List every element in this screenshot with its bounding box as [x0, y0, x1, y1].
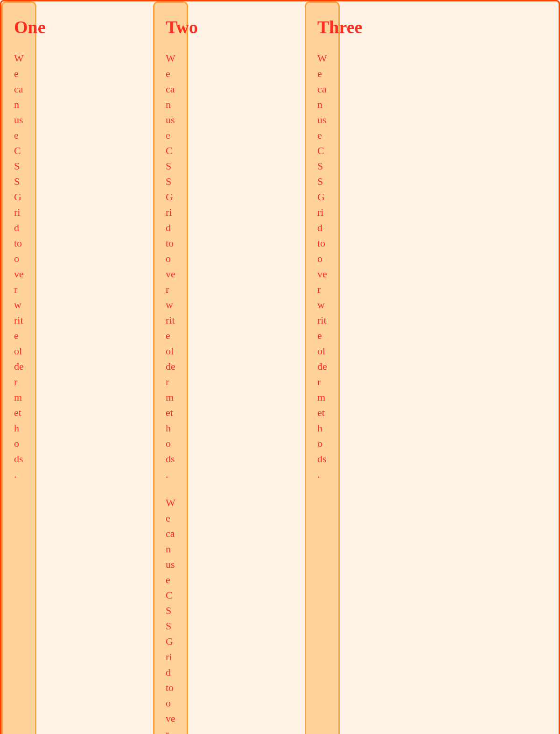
card-title: Two [166, 18, 175, 37]
card-title: Three [317, 18, 327, 37]
card-paragraph: We can use CSS Grid to overwrite older m… [166, 50, 175, 482]
card-title: One [14, 18, 24, 37]
card-paragraph: We can use CSS Grid to overwrite older m… [14, 50, 24, 482]
card-one: One We can use CSS Grid to overwrite old… [1, 1, 36, 734]
card-three: Three We can use CSS Grid to overwrite o… [305, 1, 340, 734]
card-paragraph: We can use CSS Grid to overwrite older m… [317, 50, 327, 482]
grid-wrapper: One We can use CSS Grid to overwrite old… [0, 0, 560, 734]
card-paragraph: We can use CSS Grid to overwrite older m… [166, 495, 175, 734]
card-two: Two We can use CSS Grid to overwrite old… [153, 1, 188, 734]
